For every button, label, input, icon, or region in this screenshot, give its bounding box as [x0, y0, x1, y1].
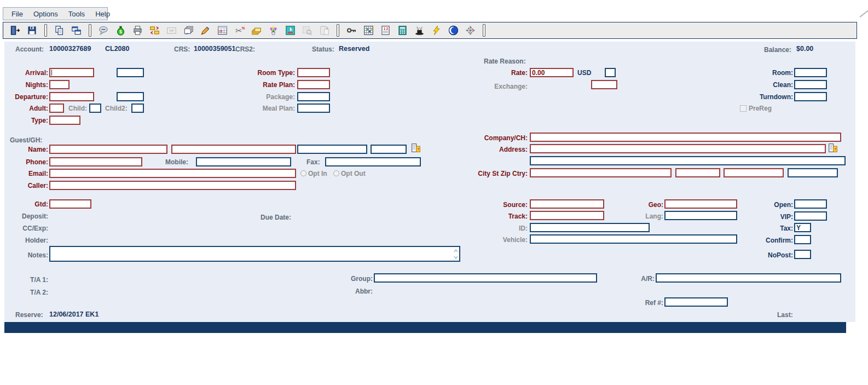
- exchange-label: Exchange:: [471, 83, 528, 90]
- arrival-input[interactable]: [49, 68, 94, 77]
- city-input[interactable]: [530, 168, 672, 177]
- departure-input[interactable]: [49, 92, 94, 101]
- room-input[interactable]: [794, 68, 827, 77]
- package-input[interactable]: [297, 92, 330, 101]
- save-icon[interactable]: [26, 24, 39, 37]
- address2-input[interactable]: [530, 156, 846, 165]
- caller-input[interactable]: [49, 181, 296, 190]
- discount-icon[interactable]: ✂%: [233, 24, 246, 37]
- title-input[interactable]: [371, 145, 407, 154]
- exchange-input[interactable]: [591, 80, 617, 89]
- exit-door-icon[interactable]: [9, 24, 22, 37]
- tax-input[interactable]: [794, 223, 811, 232]
- opt-in-label: Opt In: [308, 170, 327, 177]
- magic-hat-icon[interactable]: [413, 24, 426, 37]
- notes-scroll-arrows[interactable]: [453, 247, 459, 261]
- schedule-icon[interactable]: 15: [216, 24, 229, 37]
- menu-item-help[interactable]: Help: [90, 10, 115, 18]
- flowers-icon[interactable]: [267, 24, 280, 37]
- company-label: Company/CH:: [471, 134, 528, 142]
- track-input[interactable]: [530, 211, 604, 220]
- gtd-input[interactable]: [49, 199, 91, 209]
- menu-item-tools[interactable]: Tools: [63, 10, 90, 18]
- copy-icon[interactable]: [53, 24, 66, 37]
- zip-input[interactable]: [724, 168, 784, 177]
- source-input[interactable]: [530, 199, 604, 209]
- compass-target-icon[interactable]: [464, 24, 477, 37]
- nopost-input[interactable]: [794, 250, 811, 259]
- type-input[interactable]: [49, 116, 80, 125]
- folder-stack-icon[interactable]: [250, 24, 263, 37]
- pen-icon[interactable]: [199, 24, 212, 37]
- child-input[interactable]: [89, 104, 101, 113]
- first-name-input[interactable]: [171, 145, 296, 154]
- open-input[interactable]: [794, 199, 827, 209]
- state-input[interactable]: [675, 168, 720, 177]
- key-icon[interactable]: [345, 24, 358, 37]
- prereg-checkbox[interactable]: [740, 105, 747, 112]
- group-input[interactable]: [374, 273, 597, 283]
- cascade-windows-icon[interactable]: [70, 24, 83, 37]
- room-type-input[interactable]: [297, 68, 330, 77]
- print-icon[interactable]: [131, 24, 144, 37]
- last-name-input[interactable]: [49, 145, 167, 154]
- name-extra-input[interactable]: [297, 145, 367, 154]
- turndown-input[interactable]: [794, 92, 827, 101]
- nights-input[interactable]: [49, 80, 70, 89]
- ta1-label: T/A 1:: [4, 276, 48, 284]
- adult-input[interactable]: [49, 104, 64, 113]
- address-label: Address:: [471, 146, 528, 153]
- child2-input[interactable]: [131, 104, 144, 113]
- opt-in-radio[interactable]: [300, 170, 306, 176]
- money-bag-icon[interactable]: $: [114, 24, 128, 37]
- svg-text:1: 1: [384, 27, 386, 31]
- company-input[interactable]: [530, 133, 841, 142]
- confirm-input[interactable]: [794, 235, 811, 244]
- vip-input[interactable]: [794, 211, 827, 221]
- balance-value: $0.00: [796, 45, 813, 53]
- country-input[interactable]: [788, 168, 838, 177]
- departure-day-input[interactable]: [117, 92, 144, 101]
- arrival-day-input[interactable]: [117, 68, 144, 77]
- mobile-input[interactable]: [196, 157, 291, 166]
- menu-item-file[interactable]: File: [7, 10, 28, 18]
- guest-directory-lookup-icon[interactable]: ?: [411, 143, 421, 153]
- refresh-moon-icon[interactable]: [447, 24, 460, 37]
- toolbar-separator: [483, 24, 485, 37]
- menu-item-options[interactable]: Options: [28, 10, 63, 18]
- notes-textarea[interactable]: [49, 246, 460, 262]
- menu-bar: FileOptionsToolsHelp: [3, 7, 108, 20]
- folder-transfer-icon[interactable]: [148, 24, 161, 37]
- availability-grid-icon[interactable]: [362, 24, 375, 37]
- vehicle-input[interactable]: [530, 234, 737, 244]
- lightning-icon[interactable]: [430, 24, 443, 37]
- ar-input[interactable]: [656, 273, 841, 283]
- calculator-icon[interactable]: [396, 24, 409, 37]
- id-label: ID:: [471, 225, 528, 232]
- address-directory-lookup-icon[interactable]: ?: [828, 143, 838, 153]
- id-input[interactable]: [530, 223, 650, 232]
- currency-checkbox[interactable]: [605, 68, 616, 77]
- geo-input[interactable]: [664, 199, 737, 209]
- rate-input[interactable]: [530, 68, 574, 77]
- email-input[interactable]: [49, 169, 296, 178]
- lang-input[interactable]: [664, 211, 737, 220]
- document-stack-icon[interactable]: [182, 24, 195, 37]
- lang-label: Lang:: [618, 212, 663, 220]
- picture-icon[interactable]: [284, 24, 297, 37]
- address-input[interactable]: [530, 144, 826, 153]
- fax-input[interactable]: [325, 157, 421, 166]
- comment-icon[interactable]: [97, 24, 111, 37]
- confirm-label: Confirm:: [728, 237, 793, 244]
- index-book-icon[interactable]: 12: [379, 24, 392, 37]
- meal-plan-input[interactable]: [297, 104, 330, 113]
- clean-input[interactable]: [794, 80, 827, 89]
- search-icon[interactable]: [301, 24, 314, 37]
- rate-plan-input[interactable]: [297, 80, 330, 89]
- phone-input[interactable]: [49, 157, 142, 166]
- paste-icon[interactable]: [318, 24, 331, 37]
- ref-input[interactable]: [664, 297, 728, 307]
- vip-card-icon[interactable]: VIP: [165, 24, 178, 37]
- source-label: Source:: [471, 201, 528, 209]
- opt-out-radio[interactable]: [333, 170, 339, 176]
